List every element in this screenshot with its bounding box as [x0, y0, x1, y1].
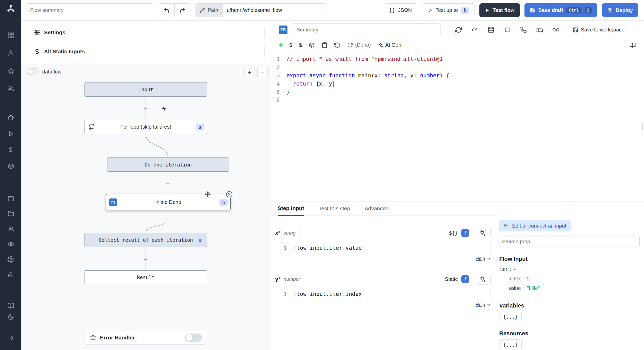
- undo-button[interactable]: [158, 3, 174, 17]
- settings-button[interactable]: Settings: [29, 26, 265, 39]
- dollar-icon: [34, 48, 40, 55]
- code-line[interactable]: 5}: [271, 88, 644, 96]
- save-draft-button[interactable]: Save draft Ctrl S: [524, 3, 597, 17]
- expression-code: flow_input.iter.index: [293, 291, 362, 297]
- audit-logs-icon[interactable]: [0, 241, 21, 247]
- script-library-icon[interactable]: [630, 42, 636, 48]
- suspend-icon[interactable]: [520, 27, 527, 33]
- step-summary-input[interactable]: [292, 23, 441, 36]
- runs-icon[interactable]: [0, 130, 21, 137]
- collapse-sidebar-icon[interactable]: [0, 335, 21, 341]
- favorites-icon[interactable]: [0, 68, 21, 74]
- node-inline-deno[interactable]: TS Inline Deno b: [106, 194, 231, 210]
- concurrency-icon[interactable]: [471, 27, 478, 33]
- home-icon[interactable]: [0, 114, 21, 121]
- tree-row-index[interactable]: index:2: [500, 274, 644, 284]
- schedules-icon[interactable]: [0, 195, 21, 202]
- move-step-handle[interactable]: [204, 191, 211, 198]
- node-do-one-iteration[interactable]: Do one iteration: [107, 157, 229, 172]
- ai-gen-button[interactable]: AI Gen: [378, 42, 401, 48]
- connect-input-button[interactable]: [475, 228, 491, 238]
- theme-toggle-icon[interactable]: [0, 314, 21, 320]
- insert-step-button[interactable]: [164, 180, 172, 188]
- reset-icon[interactable]: [334, 42, 341, 48]
- resources-expand-button[interactable]: {...}: [499, 339, 522, 350]
- javascript-editor-toggle[interactable]: f: [461, 275, 469, 283]
- code-line[interactable]: 3export async function main(x: string, y…: [271, 71, 644, 80]
- groups-icon[interactable]: [0, 85, 21, 92]
- variables-icon[interactable]: [0, 146, 21, 153]
- tab-test-this-step[interactable]: Test this step: [319, 202, 350, 215]
- line-number: 1: [275, 245, 287, 251]
- connect-input-button[interactable]: [475, 274, 491, 285]
- field-y-expression[interactable]: 1 flow_input.iter.index: [275, 288, 491, 300]
- editor-scrollbar[interactable]: [642, 123, 643, 130]
- search-prop-input[interactable]: [498, 236, 640, 247]
- input-mode-label[interactable]: ${}: [449, 230, 458, 236]
- code-line[interactable]: 1// import * as wmill from "npm:windmill…: [271, 55, 644, 63]
- tree-row-iter[interactable]: iter:-: [500, 264, 644, 274]
- clipboard-icon[interactable]: [321, 42, 328, 48]
- dataflow-toggle[interactable]: [27, 68, 39, 75]
- zoom-in-button[interactable]: +: [244, 67, 255, 77]
- folders-icon[interactable]: [0, 210, 21, 217]
- test-flow-button[interactable]: Test flow: [479, 3, 520, 17]
- node-input[interactable]: Input: [84, 82, 207, 97]
- windmill-logo-icon[interactable]: [0, 4, 21, 14]
- json-button[interactable]: JSON: [384, 3, 417, 17]
- retries-icon[interactable]: [455, 27, 462, 33]
- node-result[interactable]: Result: [84, 270, 207, 284]
- early-stop-icon[interactable]: [504, 27, 511, 33]
- sleep-icon[interactable]: [536, 27, 543, 33]
- flow-summary-input[interactable]: [26, 3, 153, 17]
- variable-picker-icon[interactable]: $: [289, 42, 292, 48]
- save-to-workspace-button[interactable]: Save to workspace: [573, 27, 624, 33]
- code-line[interactable]: 2: [271, 63, 644, 71]
- javascript-editor-toggle[interactable]: f: [461, 229, 469, 237]
- mock-icon[interactable]: [553, 27, 559, 33]
- user-icon[interactable]: [0, 49, 21, 56]
- cache-icon[interactable]: [488, 27, 494, 33]
- error-handler-toggle[interactable]: [185, 334, 202, 342]
- path-edit-button[interactable]: Path: [196, 4, 223, 17]
- add-trigger-button[interactable]: [161, 105, 167, 113]
- node-collect-result[interactable]: Collect result of each iteration a: [84, 233, 207, 247]
- connect-input-banner: Edit or connect an input: [499, 220, 571, 231]
- chevron-down-icon[interactable]: [487, 257, 491, 261]
- variables-expand-button[interactable]: {...}: [499, 312, 522, 322]
- workers-icon[interactable]: [0, 271, 21, 278]
- save-to-workspace-label: Save to workspace: [581, 27, 624, 33]
- insert-step-button[interactable]: [142, 255, 150, 263]
- test-up-to-button[interactable]: Test up to b: [422, 3, 475, 17]
- apps-icon[interactable]: [0, 32, 21, 39]
- tab-step-input[interactable]: Step Input: [278, 202, 304, 216]
- test-up-to-label: Test up to: [436, 7, 458, 13]
- delete-step-button[interactable]: [226, 191, 233, 198]
- insert-step-button[interactable]: [164, 216, 172, 224]
- runtime-label: (Deno): [355, 42, 371, 48]
- static-inputs-button[interactable]: All Static Inputs: [29, 45, 265, 58]
- resource-picker-icon[interactable]: $: [299, 42, 302, 48]
- static-inputs-label: All Static Inputs: [44, 48, 85, 55]
- members-icon[interactable]: [0, 226, 21, 232]
- deploy-button[interactable]: Deploy: [602, 3, 638, 17]
- chevron-down-icon[interactable]: [487, 303, 491, 307]
- resources-icon[interactable]: [0, 163, 21, 170]
- help-link[interactable]: Help: [476, 302, 485, 307]
- path-input[interactable]: [223, 4, 326, 17]
- settings-icon[interactable]: [0, 256, 21, 263]
- node-forloop[interactable]: For loop (skip failures) a: [84, 120, 207, 134]
- code-editor[interactable]: 1// import * as wmill from "npm:windmill…: [271, 51, 644, 104]
- tree-row-value[interactable]: value:"Lille": [500, 284, 644, 293]
- docs-icon[interactable]: [0, 303, 21, 309]
- code-line[interactable]: 6: [271, 96, 644, 104]
- help-link[interactable]: Help: [476, 256, 485, 261]
- insert-step-button[interactable]: [142, 105, 150, 113]
- redo-button[interactable]: [174, 3, 191, 17]
- code-line[interactable]: 4 return {x, y}: [271, 80, 644, 88]
- field-x-expression[interactable]: 1 flow_input.iter.value: [275, 242, 491, 254]
- input-mode-label[interactable]: Static: [445, 276, 458, 282]
- tab-advanced[interactable]: Advanced: [365, 202, 388, 215]
- zoom-out-button[interactable]: −: [257, 67, 268, 77]
- package-icon[interactable]: [309, 42, 315, 48]
